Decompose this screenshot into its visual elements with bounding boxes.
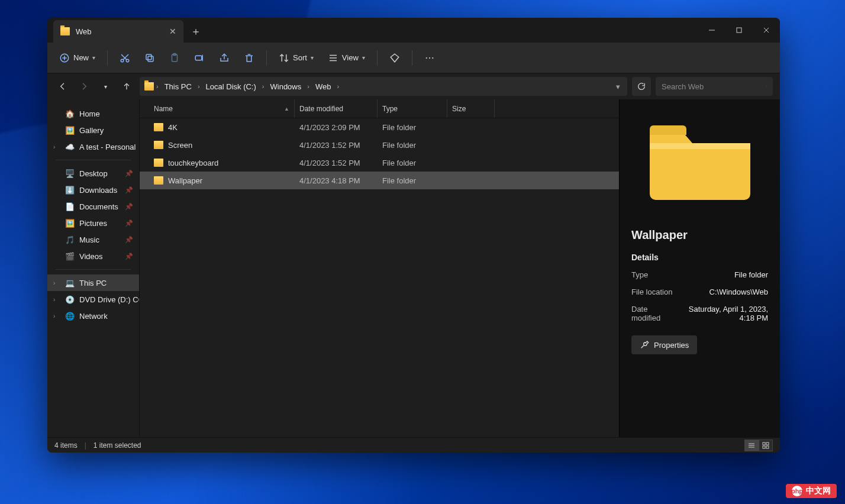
sidebar-item-home[interactable]: 🏠 Home [47,105,139,122]
share-button[interactable] [213,49,236,67]
chevron-down-icon: ▾ [311,54,314,61]
svg-point-20 [425,57,427,58]
delete-button[interactable] [238,49,260,67]
paste-button[interactable] [163,49,186,67]
file-row[interactable]: 4K4/1/2023 2:09 PMFile folder [140,118,619,136]
maximize-button[interactable] [725,18,753,43]
chevron-right-icon[interactable]: › [53,144,55,150]
close-tab-icon[interactable]: ✕ [169,27,176,36]
sort-button[interactable]: Sort ▾ [273,49,320,67]
column-type[interactable]: Type [378,99,447,118]
sidebar-item-music[interactable]: 🎵 Music 📌 [47,231,139,248]
downloads-icon: ⬇️ [65,185,75,195]
sidebar-item-videos[interactable]: 🎬 Videos 📌 [47,248,139,264]
sidebar-item-label: Home [79,109,100,118]
more-button[interactable] [418,49,441,67]
file-list: Name ▲ Date modified Type Size 4K4/1/202… [140,99,619,437]
rename-button[interactable] [188,49,211,67]
addressbar: ▾ › This PC › Local Disk (C:) › Windows … [47,73,780,99]
sidebar-item-network[interactable]: › 🌐 Network [47,308,139,324]
sidebar-item-dvd[interactable]: › 💿 DVD Drive (D:) CCC [47,291,139,308]
breadcrumb[interactable]: › This PC › Local Disk (C:) › Windows › … [140,77,627,96]
search-input[interactable] [662,82,761,91]
sidebar-item-desktop[interactable]: 🖥️ Desktop 📌 [47,165,139,182]
pc-icon: 💻 [65,278,75,287]
file-row[interactable]: touchkeyboard4/1/2023 1:52 PMFile folder [140,154,619,172]
sidebar-item-downloads[interactable]: ⬇️ Downloads 📌 [47,182,139,198]
new-tab-button[interactable]: ＋ [186,21,206,41]
sidebar-item-gallery[interactable]: 🖼️ Gallery [47,122,139,138]
file-name: Screen [168,141,192,150]
sidebar-item-label: Desktop [79,169,108,178]
column-name[interactable]: Name ▲ [149,99,295,118]
close-window-button[interactable] [753,18,780,43]
sidebar-item-this-pc[interactable]: › 💻 This PC [47,274,139,291]
file-type: File folder [378,159,447,167]
svg-rect-11 [148,56,153,62]
details-view-button[interactable] [744,440,759,451]
chevron-right-icon[interactable]: › [53,296,55,303]
pin-icon: 📌 [125,186,133,194]
tab-web[interactable]: Web ✕ [53,20,183,43]
search-icon [766,82,767,91]
sidebar-item-documents[interactable]: 📄 Documents 📌 [47,198,139,215]
content: Name ▲ Date modified Type Size 4K4/1/202… [140,99,780,437]
chevron-right-icon: › [155,83,160,90]
filter-button[interactable] [383,49,406,67]
details-pane: Wallpaper Details Type File folder File … [619,99,780,437]
breadcrumb-dropdown[interactable]: ▾ [614,80,623,93]
cloud-icon: ☁️ [65,142,75,151]
details-heading: Details [631,253,768,262]
file-name: 4K [168,123,178,132]
refresh-button[interactable] [632,77,651,96]
chevron-right-icon: › [196,83,201,90]
sidebar-item-pictures[interactable]: 🖼️ Pictures 📌 [47,215,139,231]
minimize-button[interactable] [698,18,725,43]
breadcrumb-item[interactable]: Windows [267,80,305,93]
cut-button[interactable] [114,49,136,67]
sidebar-item-label: Music [79,235,99,244]
breadcrumb-item[interactable]: Web [312,80,335,93]
sort-label: Sort [293,53,307,62]
tab-title: Web [76,27,92,36]
back-button[interactable] [54,78,71,95]
watermark: php 中文网 [786,484,837,498]
chevron-right-icon: › [261,83,266,90]
sidebar-item-label: Downloads [79,186,117,195]
breadcrumb-item[interactable]: Local Disk (C:) [202,80,260,93]
new-button[interactable]: New ▾ [53,49,101,67]
toolbar: New ▾ Sort ▾ View ▾ [47,43,780,73]
desktop-icon: 🖥️ [65,169,75,178]
column-size[interactable]: Size [447,99,495,118]
detail-value: Saturday, April 1, 2023, 4:18 PM [677,305,768,322]
file-row[interactable]: Wallpaper4/1/2023 4:18 PMFile folder [140,172,619,189]
view-button[interactable]: View ▾ [322,49,371,67]
column-date[interactable]: Date modified [295,99,378,118]
file-type: File folder [378,176,447,185]
copy-button[interactable] [138,49,161,67]
gallery-icon: 🖼️ [65,125,75,135]
pin-icon: 📌 [125,219,133,227]
chevron-right-icon[interactable]: › [53,280,55,286]
file-date: 4/1/2023 4:18 PM [295,176,378,185]
file-row[interactable]: Screen4/1/2023 1:52 PMFile folder [140,136,619,154]
search-box[interactable] [656,77,773,96]
sidebar-item-onedrive[interactable]: › ☁️ A test - Personal [47,138,139,155]
watermark-logo: php [792,486,802,496]
thumbnails-view-button[interactable] [759,440,773,451]
divider [56,160,131,160]
chevron-right-icon[interactable]: › [53,313,55,319]
forward-button[interactable] [76,78,92,95]
properties-label: Properties [654,341,689,350]
details-title: Wallpaper [631,228,768,242]
folder-icon [144,82,154,91]
recent-button[interactable]: ▾ [97,78,114,95]
up-button[interactable] [118,78,135,95]
chevron-down-icon: ▾ [92,54,95,61]
chevron-right-icon: › [336,83,340,90]
properties-button[interactable]: Properties [631,335,697,354]
view-toggle [744,440,773,451]
breadcrumb-item[interactable]: This PC [161,80,195,93]
home-icon: 🏠 [65,109,75,118]
file-name: Wallpaper [168,176,202,185]
